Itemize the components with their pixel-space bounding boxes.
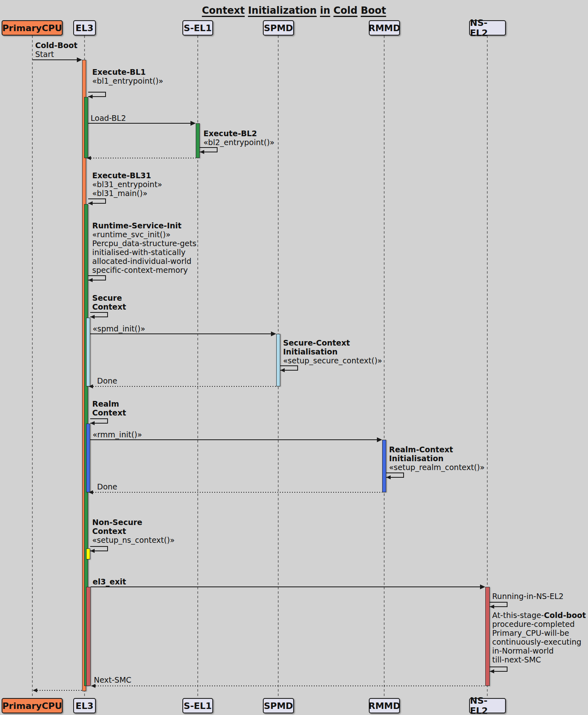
label-line: Realm-Context [389,445,484,454]
message-label-done-secure: Done [97,376,117,385]
label-line: Runtime-Service-Init [92,221,197,230]
message-label-realm-context-init: Realm-Context Initialisation «setup_real… [389,445,484,472]
label-segment: At-this-stage- [492,611,544,620]
label-line: Secure [92,293,126,302]
arrowhead-left-icon [200,150,204,154]
label-line: Next-SMC [94,675,131,684]
message-label-ns-context: Non-Secure Context «setup_ns_context()» [92,518,175,544]
label-line: «setup_ns_context()» [92,536,175,544]
title-word: Initialization [248,5,317,16]
message-label-secure-context: Secure Context [92,293,126,311]
title-word: Cold [333,5,357,16]
arrowhead-left-icon [90,421,95,425]
activation-el3-ns-context [86,548,90,559]
sequence-diagram: ContextInitializationinColdBoot PrimaryC… [0,0,588,715]
label-line: «spmd_init()» [93,324,145,333]
activation-el3-secure-context [86,318,90,386]
label-line: Execute-BL2 [203,129,275,138]
label-line: Context [92,302,126,311]
participant-el3-bottom: EL3 [73,698,96,713]
label-line: Cold-Boot [35,41,78,50]
label-line: «bl31_main()» [92,189,162,198]
arrowhead-left-icon [88,278,93,282]
message-label-running-ns-el2: Running-in-NS-EL2 [492,592,564,601]
return-arrow-next-smc-line [95,685,485,686]
diagram-title: ContextInitializationinColdBoot [0,5,588,16]
arrowhead-left-icon [90,549,95,553]
activation-spmd-secure-init [276,334,280,386]
label-line: «bl31_entrypoint» [92,180,162,189]
label-line: Execute-BL1 [92,67,163,76]
label-line: «bl2_entrypoint()» [203,138,275,147]
participant-s-el1-top: S-EL1 [182,20,213,36]
label-line: «setup_secure_context()» [283,356,382,365]
arrowhead-left-icon [89,384,93,388]
label-line: Initialisation [283,347,382,356]
arrowhead-left-icon [386,475,391,479]
activation-rmmd-realm-init [382,440,386,492]
message-arrow-rmm-init-line [90,439,377,440]
message-arrow-load-bl2-line [88,123,191,124]
arrowhead-left-icon [280,368,285,372]
activation-el3-realm-context [86,424,90,492]
label-line: «runtime_svc_init()» [92,230,197,239]
arrowhead-left-icon [33,688,37,692]
activation-ns-el2-running [485,587,490,686]
label-line: allocated-individual-world [92,257,197,266]
title-word: in [320,5,330,16]
label-line: initialised-with-statically [92,248,197,257]
label-line: specific-context-memory [92,266,197,274]
label-line: Primary_CPU-will-be [492,629,586,637]
label-line: «bl1_entrypoint()» [92,76,163,85]
participant-primarycpu-top: PrimaryCPU [2,20,63,36]
label-line: continuously-executing [492,637,586,646]
arrowhead-left-icon [490,669,494,673]
message-label-spmd-init: «spmd_init()» [93,324,145,333]
title-word: Context [202,5,245,16]
arrowhead-left-icon [88,95,93,99]
message-label-el3-exit: el3_exit [93,577,126,586]
activation-el3-exit [86,587,91,686]
return-arrow-to-primarycpu-line [37,690,82,691]
lifeline-rmmd [384,36,385,698]
message-label-execute-bl2: Execute-BL2 «bl2_entrypoint()» [203,129,275,147]
label-line: Initialisation [389,454,484,463]
participant-rmmd-top: RMMD [369,20,400,36]
label-line: At-this-stage-Cold-boot [492,611,586,620]
label-line: till-next-SMC [492,655,586,664]
participant-spmd-bottom: SPMD [263,698,294,713]
label-line: Done [97,482,117,491]
participant-el3-top: EL3 [73,20,96,36]
return-arrow-realm-done-line [93,492,382,493]
label-line: Execute-BL31 [92,171,162,180]
return-arrow-bl2-done-line [91,158,196,158]
label-segment: Cold-boot [544,611,586,620]
message-label-next-smc: Next-SMC [94,675,131,684]
title-word: Boot [361,5,386,16]
message-label-cold-boot-complete-note: At-this-stage-Cold-boot procedure-comple… [492,611,586,664]
label-line: Non-Secure [92,518,175,527]
message-arrow-spmd-init-line [90,333,271,334]
activation-el3-bl1 [84,97,88,158]
message-label-realm-context: Realm Context [92,399,126,417]
arrowhead-right-icon [271,331,276,336]
label-line: el3_exit [93,577,126,586]
label-line: procedure-completed [492,620,586,629]
return-arrow-secure-done-line [93,386,276,387]
arrowhead-left-icon [90,315,95,319]
label-line: Done [97,376,117,385]
label-line: Secure-Context [283,338,382,347]
message-arrow-el3-exit-line [91,586,480,587]
lifeline-primarycpu [32,36,33,698]
label-line: «rmm_init()» [93,430,142,439]
label-line: Context [92,527,175,536]
label-line: Context [92,408,126,417]
message-label-load-bl2: Load-BL2 [91,114,126,122]
arrowhead-left-icon [87,156,91,160]
arrowhead-left-icon [89,490,93,494]
message-label-cold-boot: Cold-Boot Start [35,41,78,59]
participant-rmmd-bottom: RMMD [369,698,400,713]
arrowhead-right-icon [190,121,196,126]
label-line: Realm [92,399,126,408]
message-label-execute-bl1: Execute-BL1 «bl1_entrypoint()» [92,67,163,85]
